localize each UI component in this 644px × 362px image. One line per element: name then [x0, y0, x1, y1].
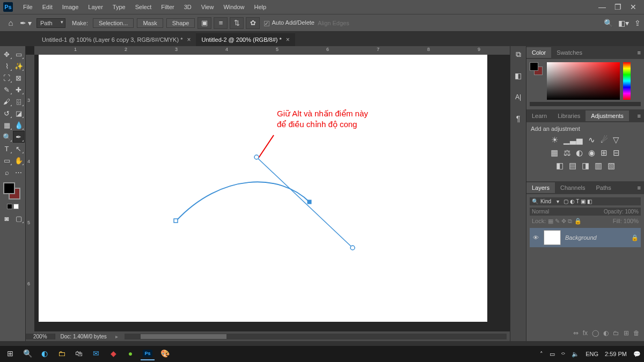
- tangent-handle-end-1[interactable]: [254, 155, 259, 159]
- mail-app-icon[interactable]: ✉: [89, 348, 103, 360]
- language-indicator[interactable]: ENG: [586, 351, 598, 357]
- wifi-icon[interactable]: ⌔: [561, 351, 565, 357]
- brush-tool[interactable]: 🖌: [1, 95, 13, 107]
- menu-image[interactable]: Image: [57, 4, 84, 10]
- path-arrange-icon[interactable]: ⇅: [230, 17, 244, 29]
- explorer-app-icon[interactable]: 🗀: [55, 348, 69, 360]
- edge-app-icon[interactable]: ◐: [38, 348, 52, 360]
- link-layers-icon[interactable]: ⇔: [573, 329, 579, 337]
- lookup-adj-icon[interactable]: ⊟: [613, 148, 620, 158]
- dodge-tool[interactable]: 🔍: [1, 131, 13, 143]
- tab-learn[interactable]: Learn: [526, 110, 552, 121]
- menu-file[interactable]: File: [18, 4, 38, 10]
- make-selection-button[interactable]: Selection...: [93, 18, 134, 28]
- tab-layers[interactable]: Layers: [526, 182, 555, 193]
- curves-adj-icon[interactable]: ∿: [588, 135, 595, 145]
- menu-help[interactable]: Help: [250, 4, 272, 10]
- frame-tool[interactable]: ⊠: [13, 72, 25, 84]
- tab-channels[interactable]: Channels: [555, 182, 590, 193]
- tab-swatches[interactable]: Swatches: [551, 47, 588, 58]
- move-tool[interactable]: ✥: [1, 48, 13, 60]
- menu-edit[interactable]: Edit: [38, 4, 57, 10]
- tangent-handle-end-2[interactable]: [350, 246, 355, 250]
- horizontal-scrollbar[interactable]: [125, 334, 507, 339]
- wand-tool[interactable]: ✨: [13, 60, 25, 72]
- quick-panel-icon[interactable]: ◧▾: [618, 19, 629, 27]
- menu-type[interactable]: Type: [108, 4, 130, 10]
- gradient-tool[interactable]: ▦: [1, 119, 13, 131]
- eraser-tool[interactable]: ◪: [13, 107, 25, 119]
- hue-slider[interactable]: [623, 62, 631, 100]
- photoshop-app-icon[interactable]: Ps: [141, 348, 155, 360]
- close-icon[interactable]: ×: [286, 36, 290, 43]
- zoom-tool[interactable]: ⌕: [1, 166, 13, 178]
- panel-menu-icon[interactable]: ≡: [634, 49, 644, 56]
- tab-libraries[interactable]: Libraries: [552, 110, 586, 121]
- search-icon[interactable]: 🔍: [604, 19, 613, 27]
- foreground-color-swatch[interactable]: [3, 182, 15, 194]
- path-select-tool[interactable]: ↖: [13, 143, 25, 154]
- make-mask-button[interactable]: Mask: [137, 18, 163, 28]
- battery-icon[interactable]: ▭: [550, 351, 555, 358]
- share-icon[interactable]: ⇪: [634, 19, 641, 27]
- store-app-icon[interactable]: 🛍: [72, 348, 86, 360]
- colorbal-adj-icon[interactable]: ⚖: [564, 148, 570, 158]
- hand-tool[interactable]: ✋: [13, 154, 25, 166]
- pen-tool-icon[interactable]: ✒ ▾: [18, 19, 33, 27]
- type-tool[interactable]: T: [1, 143, 13, 154]
- make-shape-button[interactable]: Shape: [166, 18, 195, 28]
- menu-window[interactable]: Window: [218, 4, 249, 10]
- vibrance-adj-icon[interactable]: ▽: [613, 135, 619, 145]
- quick-mask-button[interactable]: ◙: [1, 212, 13, 224]
- window-restore-button[interactable]: ❐: [614, 3, 621, 11]
- new-layer-icon[interactable]: ⊞: [624, 329, 629, 337]
- trash-icon[interactable]: 🗑: [633, 329, 640, 337]
- menu-select[interactable]: Select: [130, 4, 157, 10]
- tab-paths[interactable]: Paths: [591, 182, 617, 193]
- lock-icon[interactable]: 🔒: [631, 234, 639, 241]
- threshold-adj-icon[interactable]: ◨: [582, 161, 589, 171]
- close-icon[interactable]: ×: [187, 36, 191, 43]
- eyedropper-tool[interactable]: ✎: [1, 84, 13, 95]
- app-icon-3[interactable]: 🎨: [158, 348, 172, 360]
- window-minimize-button[interactable]: —: [598, 3, 606, 11]
- posterize-adj-icon[interactable]: ▤: [569, 161, 576, 171]
- paragraph-panel-icon[interactable]: ¶: [512, 113, 525, 124]
- lasso-tool[interactable]: ⌇: [1, 60, 13, 72]
- start-button[interactable]: ⊞: [3, 348, 17, 360]
- search-button[interactable]: 🔍: [20, 348, 34, 360]
- mask-icon[interactable]: ◯: [592, 329, 599, 337]
- foreground-background-swatch[interactable]: [3, 182, 23, 202]
- notifications-icon[interactable]: 💬: [633, 351, 641, 358]
- default-colors-button[interactable]: [7, 204, 19, 209]
- color-panel-swatch[interactable]: [530, 62, 544, 78]
- crop-tool[interactable]: ⛶: [1, 72, 13, 84]
- auto-add-delete-checkbox[interactable]: [264, 21, 269, 26]
- blend-mode-row[interactable]: NormalOpacity: 100%: [530, 208, 641, 216]
- color-field[interactable]: [547, 62, 620, 100]
- color-slider-track[interactable]: [530, 102, 641, 106]
- selcolor-adj-icon[interactable]: ▧: [608, 161, 615, 171]
- anchor-point-selected[interactable]: [308, 200, 311, 204]
- pen-tool[interactable]: ✒: [13, 131, 25, 143]
- tray-chevron-icon[interactable]: ˄: [540, 351, 543, 358]
- panel-menu-icon[interactable]: ≡: [634, 113, 644, 119]
- app-icon-2[interactable]: ●: [123, 348, 137, 360]
- canvas[interactable]: Giữ Alt và nhấn điểm này để điều chỉnh đ…: [39, 55, 487, 322]
- properties-panel-icon[interactable]: ◧: [512, 70, 525, 82]
- visibility-toggle-icon[interactable]: 👁: [532, 234, 539, 241]
- path-align-icon[interactable]: ≡: [214, 17, 228, 29]
- layer-thumbnail[interactable]: [544, 230, 561, 245]
- gear-icon[interactable]: ✿: [246, 17, 260, 29]
- fill-value[interactable]: 100%: [624, 218, 639, 224]
- history-panel-icon[interactable]: ⧉: [512, 48, 525, 60]
- group-icon[interactable]: 🗀: [613, 329, 619, 337]
- blur-tool[interactable]: 💧: [13, 119, 25, 131]
- window-close-button[interactable]: ✕: [630, 3, 636, 11]
- menu-view[interactable]: View: [196, 4, 219, 10]
- screen-mode-button[interactable]: ▢: [13, 212, 25, 224]
- menu-layer[interactable]: Layer: [83, 4, 108, 10]
- document-tab-2[interactable]: Untitled-2 @ 200% (RGB/8#) * ×: [196, 33, 295, 46]
- layer-row-background[interactable]: 👁 Background 🔒: [530, 228, 641, 247]
- tab-color[interactable]: Color: [526, 47, 551, 58]
